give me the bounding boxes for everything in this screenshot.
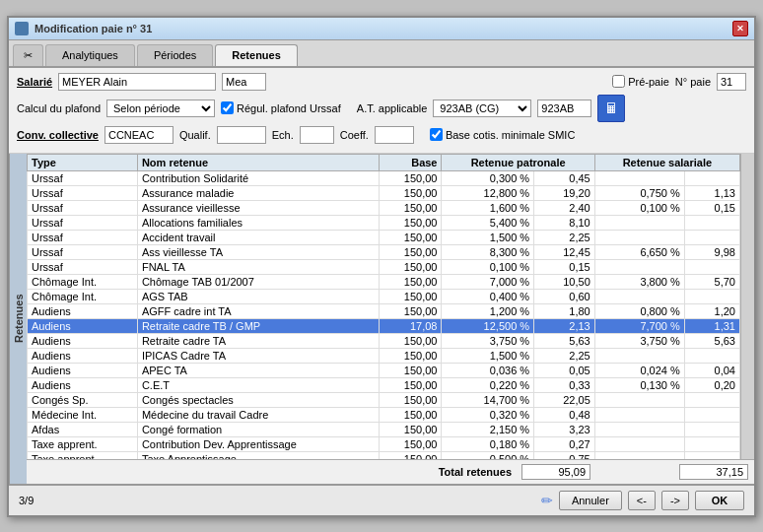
coeff-label: Coeff. bbox=[340, 129, 369, 141]
table-row[interactable]: UrssafFNAL TA150,000,100 %0,15 bbox=[28, 259, 740, 274]
tab-periodes[interactable]: Périodes bbox=[137, 44, 213, 66]
table-row[interactable]: Médecine Int.Médecine du travail Cadre15… bbox=[28, 407, 740, 422]
form-row-calcul: Calcul du plafond Selon période Régul. p… bbox=[17, 95, 746, 122]
close-button[interactable]: ✕ bbox=[732, 21, 748, 36]
table-row[interactable]: Congés Sp.Congés spectacles150,0014,700 … bbox=[28, 392, 740, 407]
table-row[interactable]: AudiensRetraite cadre TA150,003,750 %5,6… bbox=[28, 333, 740, 348]
title-bar: Modification paie n° 31 ✕ bbox=[9, 18, 754, 40]
table-row[interactable]: AfdasCongé formation150,002,150 %3,23 bbox=[28, 422, 740, 436]
table-row[interactable]: Taxe apprent.Contribution Dev. Apprentis… bbox=[28, 436, 740, 451]
ech-label: Ech. bbox=[272, 129, 294, 141]
side-label: Retenues bbox=[9, 154, 27, 484]
prev-button[interactable]: <- bbox=[628, 491, 656, 510]
col-ret-sal: Retenue salariale bbox=[594, 154, 739, 170]
retenues-table: Type Nom retenue Base Retenue patronale … bbox=[27, 154, 740, 459]
mea-input[interactable] bbox=[222, 73, 266, 91]
total-label: Total retenues bbox=[439, 466, 512, 478]
table-row[interactable]: UrssafAss vieillesse TA150,008,300 %12,4… bbox=[28, 244, 740, 259]
tab-analytiques[interactable]: Analytiques bbox=[45, 44, 135, 66]
regul-checkbox[interactable] bbox=[221, 101, 234, 114]
calcul-label: Calcul du plafond bbox=[17, 102, 101, 114]
col-base: Base bbox=[380, 154, 442, 170]
col-type: Type bbox=[28, 154, 138, 170]
coeff-input[interactable] bbox=[375, 126, 414, 144]
tab-icon[interactable]: ✂ bbox=[13, 44, 43, 66]
table-row[interactable]: AudiensAGFF cadre int TA150,001,200 %1,8… bbox=[28, 303, 740, 318]
calculator-button[interactable]: 🖩 bbox=[597, 95, 625, 122]
at-label: A.T. applicable bbox=[357, 102, 428, 114]
table-row[interactable]: Taxe apprent.Taxe Apprentissage150,000,5… bbox=[28, 451, 740, 459]
prepay-label: Pré-paie bbox=[628, 76, 669, 88]
scrollbar[interactable] bbox=[740, 154, 754, 459]
table-row[interactable]: AudiensRetraite cadre TB / GMP17,0812,50… bbox=[28, 318, 740, 333]
main-window: Modification paie n° 31 ✕ ✂ Analytiques … bbox=[7, 16, 756, 517]
total-row: Total retenues 95,09 37,15 bbox=[27, 459, 754, 484]
base-cotis-label: Base cotis. minimale SMIC bbox=[446, 129, 575, 141]
total-patronale: 95,09 bbox=[521, 464, 590, 480]
footer: 3/9 ✏ Annuler <- -> OK bbox=[9, 484, 754, 515]
form-row-salarie: Salarié Pré-paie N° paie bbox=[17, 73, 746, 91]
next-button[interactable]: -> bbox=[661, 491, 689, 510]
page-info: 3/9 bbox=[19, 495, 34, 506]
main-content: Retenues Type Nom retenue Base Retenue p… bbox=[9, 154, 754, 484]
table-row[interactable]: UrssafAssurance vieillesse150,001,600 %2… bbox=[28, 200, 740, 215]
form-area: Salarié Pré-paie N° paie Calcul du plafo… bbox=[9, 68, 754, 154]
table-row[interactable]: AudiensIPICAS Cadre TA150,001,500 %2,25 bbox=[28, 348, 740, 363]
paie-num-label: N° paie bbox=[675, 76, 711, 88]
total-salariale: 37,15 bbox=[679, 464, 748, 480]
table-row[interactable]: Chômage Int.Chômage TAB 01/2007150,007,0… bbox=[28, 274, 740, 289]
qualif-label: Qualif. bbox=[179, 129, 211, 141]
form-row-conv: Conv. collective Qualif. Ech. Coeff. Bas… bbox=[17, 126, 746, 144]
prepay-checkbox[interactable] bbox=[612, 75, 625, 88]
paie-num-input[interactable] bbox=[717, 73, 746, 91]
table-row[interactable]: AudiensAPEC TA150,000,036 %0,050,024 %0,… bbox=[28, 363, 740, 377]
window-icon bbox=[15, 22, 29, 35]
at-select[interactable]: 923AB (CG) bbox=[433, 100, 531, 117]
at-code-input[interactable] bbox=[537, 100, 591, 117]
pencil-icon: ✏ bbox=[541, 493, 553, 508]
table-row[interactable]: UrssafContribution Solidarité150,000,300… bbox=[28, 170, 740, 185]
window-title: Modification paie n° 31 bbox=[35, 23, 152, 34]
annuler-button[interactable]: Annuler bbox=[559, 491, 622, 510]
ech-input[interactable] bbox=[300, 126, 334, 144]
tab-retenues[interactable]: Retenues bbox=[215, 44, 298, 66]
regul-label: Régul. plafond Urssaf bbox=[237, 102, 341, 114]
retenues-table-container[interactable]: Type Nom retenue Base Retenue patronale … bbox=[27, 154, 740, 459]
table-row[interactable]: UrssafAssurance maladie150,0012,800 %19,… bbox=[28, 185, 740, 200]
conv-label: Conv. collective bbox=[17, 129, 99, 141]
footer-buttons: ✏ Annuler <- -> OK bbox=[541, 491, 744, 510]
table-row[interactable]: AudiensC.E.T150,000,220 %0,330,130 %0,20 bbox=[28, 377, 740, 392]
calcul-select[interactable]: Selon période bbox=[106, 100, 215, 117]
col-ret-pat: Retenue patronale bbox=[442, 154, 594, 170]
table-row[interactable]: UrssafAccident travail150,001,500 %2,25 bbox=[28, 230, 740, 244]
base-cotis-checkbox[interactable] bbox=[430, 128, 443, 141]
table-row[interactable]: UrssafAllocations familiales150,005,400 … bbox=[28, 215, 740, 230]
qualif-input[interactable] bbox=[217, 126, 266, 144]
conv-input[interactable] bbox=[104, 126, 173, 144]
salarie-label: Salarié bbox=[17, 76, 52, 88]
salarie-input[interactable] bbox=[58, 73, 216, 91]
table-row[interactable]: Chômage Int.AGS TAB150,000,400 %0,60 bbox=[28, 289, 740, 303]
tab-bar: ✂ Analytiques Périodes Retenues bbox=[9, 40, 754, 68]
col-nom: Nom retenue bbox=[137, 154, 379, 170]
ok-button[interactable]: OK bbox=[695, 491, 744, 510]
